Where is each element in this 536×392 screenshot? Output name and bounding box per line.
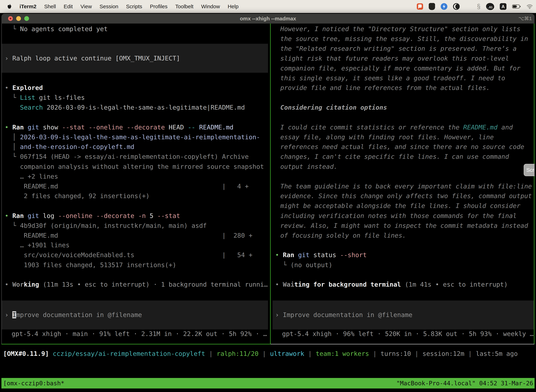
terminal-line: of focusing solely on file lines. bbox=[280, 231, 406, 240]
terminal-line: • Working (11m 13s • esc to interrupt) ·… bbox=[5, 280, 268, 289]
terminal-line: provide file and line references from th… bbox=[280, 83, 490, 93]
terminal-line: │ and-the-erosion-of-copyleft.md bbox=[5, 142, 134, 152]
menu-profiles[interactable]: Profiles bbox=[150, 4, 168, 9]
tmux-host-clock: "MacBook-Pro-44.local" 04:52 31-Mar-26 bbox=[396, 378, 533, 388]
terminal-line: this single essay, it seems like a good … bbox=[280, 73, 505, 83]
terminal-line: 1903 files changed, 513517 insertions(+) bbox=[5, 260, 176, 270]
window-titlebar[interactable]: omx --xhigh --madmax ⌥⌘1 bbox=[1, 14, 535, 24]
menu-iterm2[interactable]: iTerm2 bbox=[19, 4, 36, 9]
terminal-line: I could cite commit statistics or refere… bbox=[280, 122, 513, 132]
terminal-content: └ No agents completed yet› Ralph loop ac… bbox=[1, 23, 535, 392]
terminal-line: • Ran git status --short bbox=[275, 250, 367, 260]
terminal-line: • Ran git show --stat --oneline --decora… bbox=[5, 122, 234, 132]
terminal-line: slight risk that future readers may over… bbox=[280, 54, 509, 63]
pane-divider[interactable] bbox=[270, 23, 271, 344]
omx-status-line: [OMX#0.11.9] cczip/essay/ai-reimplementa… bbox=[3, 349, 518, 359]
terminal-line: └ 067f154 (HEAD -> essay/ai-reimplementa… bbox=[5, 152, 249, 162]
status-line-right: gpt-5.4 xhigh · 96% left · 520K in · 5.8… bbox=[282, 329, 534, 339]
terminal-line: … +2 lines bbox=[5, 172, 58, 182]
terminal-line: the source tree, missing the essay. Stil… bbox=[280, 34, 528, 44]
menu-edit[interactable]: Edit bbox=[64, 4, 73, 9]
blue-bolt-icon[interactable] bbox=[441, 3, 447, 10]
terminal-line: README.md | 4 + bbox=[5, 182, 249, 191]
apple-menu-icon[interactable] bbox=[7, 4, 12, 9]
terminal-line: README.md | 280 + bbox=[5, 231, 253, 240]
terminal-line: • Waiting for background terminal (1m 41… bbox=[275, 280, 508, 289]
menu-help[interactable]: Help bbox=[228, 4, 239, 9]
menu-session[interactable]: Session bbox=[100, 4, 118, 9]
terminal-line: └ 4b9d30f (origin/main, instructkr/main,… bbox=[5, 221, 207, 231]
keyboard-A-icon[interactable]: A bbox=[500, 3, 507, 10]
prompt-line-left: › Ralph loop active continue [OMX_TMUX_I… bbox=[5, 53, 180, 63]
terminal-line: essay file, along with finding root file… bbox=[280, 132, 494, 142]
status-line-left: gpt-5.4 xhigh · main · 91% left · 2.31M … bbox=[12, 329, 267, 339]
terminal-line: Search 2026-03-09-is-legal-the-same-as-l… bbox=[5, 103, 245, 112]
menubar: iTerm2ShellEditViewSessionScriptsProfile… bbox=[0, 0, 536, 13]
terminal-line: └ No agents completed yet bbox=[5, 24, 108, 34]
window-title: omx --xhigh --madmax bbox=[1, 14, 535, 23]
window-shortcut-badge: ⌥⌘1 bbox=[518, 14, 532, 23]
dark-crescent-icon[interactable] bbox=[453, 3, 460, 10]
terminal-line: evidence. Since this change only affects… bbox=[280, 191, 532, 201]
prompt-line-left-input: › Improve documentation in @filename bbox=[5, 310, 142, 320]
menu-shell[interactable]: Shell bbox=[44, 4, 56, 9]
terminal-line: references need actual files, and since … bbox=[280, 142, 524, 152]
terminal-line: Considering citation options bbox=[280, 103, 387, 112]
terminal-line: │ 2026-03-09-is-legal-the-same-as-legiti… bbox=[5, 132, 260, 142]
terminal-line: 2 files changed, 92 insertions(+) bbox=[5, 191, 150, 201]
menubar-status-icons: § ..61 A bbox=[417, 3, 536, 10]
terminal-line: output instead. bbox=[280, 162, 337, 172]
terminal-line: … +1901 lines bbox=[5, 240, 69, 250]
terminal-line: changes, I can't cite specific file line… bbox=[280, 152, 509, 162]
iterm-window: omx --xhigh --madmax ⌥⌘1 └ No agents com… bbox=[1, 14, 535, 392]
terminal-line: └ (no output) bbox=[275, 260, 332, 270]
chat-app-icon[interactable] bbox=[417, 3, 423, 10]
terminal-line: companion analysis without altering the … bbox=[5, 162, 264, 172]
terminal-line: The team guideline is to back every impo… bbox=[280, 182, 532, 191]
menu-window[interactable]: Window bbox=[201, 4, 220, 9]
menubar-menus: iTerm2ShellEditViewSessionScriptsProfile… bbox=[0, 4, 239, 9]
prompt-line-right-input: › Improve documentation in @filename bbox=[275, 310, 412, 320]
menu-scripts[interactable]: Scripts bbox=[126, 4, 142, 9]
shield-grid-icon[interactable] bbox=[429, 3, 435, 10]
terminal-line: might be acceptable alongside the file l… bbox=[280, 201, 520, 211]
terminal-line: including verification notes with those … bbox=[280, 211, 517, 221]
terminal-line: the "Related research writing" section i… bbox=[280, 44, 517, 54]
left-agent-pane[interactable]: └ No agents completed yet› Ralph loop ac… bbox=[1, 23, 270, 344]
dots-grid-icon[interactable] bbox=[465, 4, 471, 9]
menu-view[interactable]: View bbox=[81, 4, 92, 9]
battery-charging-icon[interactable] bbox=[512, 5, 521, 9]
tmux-session-label: [omx-cczip0:bash* bbox=[3, 378, 64, 388]
right-agent-pane[interactable]: However, I noticed the "Directory Struct… bbox=[272, 23, 535, 344]
terminal-line: companion file, especially if more comme… bbox=[280, 63, 520, 73]
terminal-line: • Ran git log --oneline --decorate -n 5 … bbox=[5, 211, 180, 221]
terminal-line: └ List git ls-files bbox=[5, 93, 85, 103]
menu-toolbelt[interactable]: Toolbelt bbox=[175, 4, 193, 9]
tmux-status-bar: [omx-cczip0:bash* "MacBook-Pro-44.local"… bbox=[1, 378, 535, 388]
badge-61-icon[interactable]: ..61 bbox=[486, 3, 494, 10]
terminal-line: src/voice/voiceModeEnabled.ts | 54 + bbox=[5, 250, 253, 260]
screen-share-overlay-button[interactable]: Scre bbox=[524, 164, 535, 176]
wifi-icon[interactable] bbox=[526, 4, 533, 9]
terminal-line: • Explored bbox=[5, 83, 43, 93]
squiggle-icon[interactable]: § bbox=[477, 3, 480, 10]
terminal-line: However, I noticed the "Directory Struct… bbox=[280, 24, 520, 34]
menu-item-list: iTerm2ShellEditViewSessionScriptsProfile… bbox=[19, 4, 239, 9]
terminal-line: review. Also, I might want to inspect th… bbox=[280, 221, 528, 231]
